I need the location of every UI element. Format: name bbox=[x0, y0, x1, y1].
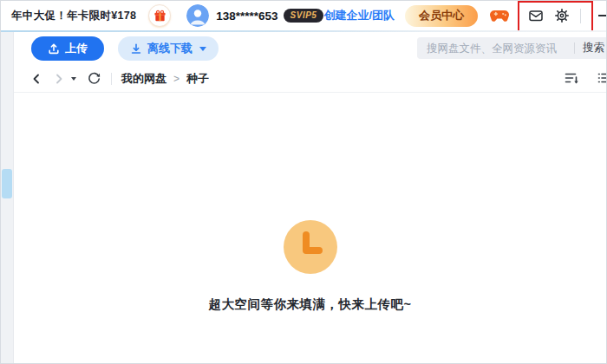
back-button[interactable] bbox=[29, 71, 44, 87]
settings-button[interactable] bbox=[554, 8, 570, 23]
sort-icon bbox=[565, 72, 580, 85]
view-toggle-button[interactable] bbox=[596, 70, 607, 88]
list-tools bbox=[563, 70, 606, 88]
file-list-area: 超大空间等你来填满，快来上传吧~ bbox=[14, 93, 606, 363]
window-controls bbox=[593, 4, 607, 27]
create-team-link[interactable]: 创建企业/团队 bbox=[323, 8, 395, 23]
promo-banner[interactable]: 年中大促！年卡限时¥178 bbox=[11, 9, 136, 23]
chevron-down-icon bbox=[71, 77, 76, 81]
user-avatar-icon[interactable] bbox=[186, 4, 209, 27]
refresh-button[interactable] bbox=[86, 71, 101, 87]
member-center-button[interactable]: 会员中心 bbox=[405, 5, 478, 27]
gift-promo-button[interactable] bbox=[148, 4, 171, 27]
breadcrumb-divider bbox=[111, 73, 112, 85]
empty-state-message: 超大空间等你来填满，快来上传吧~ bbox=[209, 296, 412, 313]
mail-icon bbox=[529, 10, 543, 22]
breadcrumb-root[interactable]: 我的网盘 bbox=[121, 71, 166, 87]
breadcrumb-separator: > bbox=[173, 73, 179, 85]
clock-icon bbox=[284, 220, 337, 274]
titlebar-divider bbox=[580, 9, 581, 23]
offline-download-button[interactable]: 离线下载 bbox=[118, 36, 219, 61]
left-panel-strip[interactable] bbox=[1, 32, 14, 363]
upload-label: 上传 bbox=[65, 41, 88, 56]
forward-button[interactable] bbox=[51, 71, 67, 87]
search-divider bbox=[574, 42, 575, 54]
view-toggle-icon bbox=[597, 72, 607, 85]
gear-icon bbox=[555, 9, 569, 23]
svip-badge[interactable]: SVIP5 bbox=[284, 9, 324, 23]
search-button[interactable]: 搜索 bbox=[583, 41, 604, 55]
game-center-button[interactable] bbox=[490, 7, 509, 24]
minimize-button[interactable] bbox=[593, 4, 607, 27]
chevron-down-icon bbox=[199, 47, 206, 51]
chevron-right-icon bbox=[53, 73, 65, 85]
sort-button[interactable] bbox=[563, 70, 582, 88]
highlighted-icon-group bbox=[519, 3, 590, 29]
offline-download-label: 离线下载 bbox=[147, 41, 193, 56]
chevron-left-icon bbox=[30, 73, 42, 85]
download-icon bbox=[130, 42, 142, 55]
gamepad-icon bbox=[490, 9, 509, 23]
search-input[interactable] bbox=[417, 37, 572, 59]
history-dropdown-button[interactable] bbox=[69, 71, 79, 87]
upload-button[interactable]: 上传 bbox=[31, 36, 104, 61]
gift-icon bbox=[153, 10, 166, 23]
netdisk-window: 年中大促！年卡限时¥178 138*****653 SVIP5 创建企业 bbox=[0, 0, 607, 364]
panel-drag-handle[interactable] bbox=[2, 169, 12, 198]
titlebar: 年中大促！年卡限时¥178 138*****653 SVIP5 创建企业 bbox=[1, 1, 606, 30]
username: 138*****653 bbox=[216, 10, 277, 23]
breadcrumb-current: 种子 bbox=[186, 71, 209, 87]
mail-button[interactable] bbox=[528, 8, 544, 23]
breadcrumb-bar: 我的网盘 > 种子 bbox=[14, 65, 606, 93]
action-toolbar: 上传 离线下载 搜索 bbox=[14, 32, 606, 66]
search-box: 搜索 bbox=[417, 37, 607, 59]
minimize-icon bbox=[598, 15, 607, 16]
refresh-icon bbox=[88, 72, 101, 85]
upload-icon bbox=[48, 42, 60, 55]
